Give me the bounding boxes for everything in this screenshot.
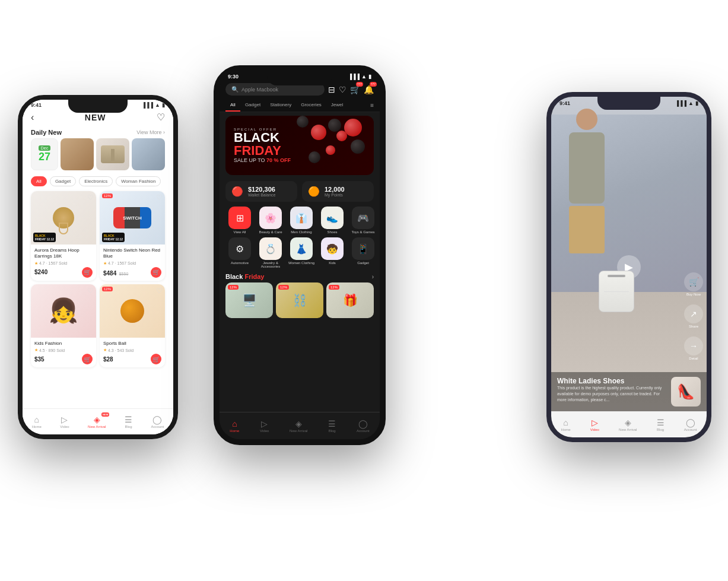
menu-icon[interactable]: ≡ bbox=[370, 99, 374, 112]
add-to-cart-button-3[interactable]: 🛒 bbox=[82, 354, 93, 364]
wallet-balance-card[interactable]: 🔴 $120,306 Wallet Balance bbox=[225, 181, 297, 202]
cat-tab-stationery[interactable]: Stationery bbox=[265, 99, 296, 112]
cat-women[interactable]: 👗 Women Clothing bbox=[287, 237, 316, 268]
category-grid-2: ⚙ Automotive 💍 Jewelry & Accessories 👗 W… bbox=[220, 236, 380, 271]
buy-now-action[interactable]: 🛒 Buy Now bbox=[684, 272, 703, 296]
r-nav-account[interactable]: ◯ Account bbox=[684, 418, 697, 431]
nav-new-arrival[interactable]: ◈ New Arrival NEW bbox=[88, 415, 106, 428]
wishlist-icon[interactable]: ♡ bbox=[157, 112, 165, 123]
filter-tab-all[interactable]: All bbox=[31, 176, 47, 186]
nav-account[interactable]: ◯ Account bbox=[151, 415, 164, 428]
cat-view-all[interactable]: ⊞ View All bbox=[225, 207, 254, 234]
cat-beauty-label: Beauty & Care bbox=[259, 230, 282, 234]
notification-button[interactable]: 🔔 777 bbox=[364, 84, 374, 95]
product-card-kids[interactable]: 👧 ♡ Kids Fashion ★ 4.5 · 890 Sold $35 🛒 bbox=[31, 284, 96, 367]
add-to-cart-button-4[interactable]: 🛒 bbox=[151, 354, 161, 364]
view-more-link[interactable]: View More › bbox=[136, 129, 165, 135]
balloon-4 bbox=[297, 116, 309, 128]
cat-jewelry[interactable]: 💍 Jewelry & Accessories bbox=[256, 237, 285, 268]
filter-tab-gadget[interactable]: Gadget bbox=[50, 176, 76, 186]
c-blog-label: Blog bbox=[329, 429, 336, 433]
bf-product-1[interactable]: 🖥️ 12% bbox=[225, 282, 273, 318]
r-home-label: Home bbox=[561, 428, 571, 431]
detail-icon: → bbox=[684, 336, 703, 355]
cat-beauty[interactable]: 🌸 Beauty & Care bbox=[256, 207, 285, 234]
r-nav-video[interactable]: ▷ Video bbox=[590, 418, 599, 431]
daily-new-row: Daily New View More › bbox=[23, 126, 173, 138]
bottom-nav-left: ⌂ Home ▷ Video ◈ New Arrival NEW ☰ Blog bbox=[23, 408, 173, 434]
signal-icon-c: ▐▐▐ bbox=[348, 74, 360, 80]
cat-gadget[interactable]: 📱 Gadget bbox=[349, 237, 377, 268]
c-nav-blog[interactable]: ☰ Blog bbox=[328, 419, 336, 433]
product-thumbnail[interactable]: 👠 bbox=[671, 377, 701, 407]
product-card-earrings[interactable]: ♡ BLACKFRIDAY 12.12 Aurora Dreams Hoop E… bbox=[31, 191, 96, 281]
cart-button[interactable]: 🛒 777 bbox=[350, 84, 360, 95]
c-nav-new-arrival[interactable]: ◈ New Arrival bbox=[290, 419, 307, 433]
add-to-cart-button-2[interactable]: 🛒 bbox=[151, 267, 161, 278]
cat-tab-gadget[interactable]: Gadget bbox=[240, 99, 265, 112]
cat-men-clothing[interactable]: 👔 Men Clothing bbox=[287, 207, 316, 234]
bf-product-3-badge: 12% bbox=[329, 285, 339, 290]
date-box: Dec 27 bbox=[31, 138, 58, 170]
cat-men-icon: 👔 bbox=[290, 207, 313, 229]
buy-now-icon: 🛒 bbox=[684, 272, 703, 291]
wishlist-heart[interactable]: ♡ bbox=[87, 193, 94, 202]
nav-home[interactable]: ⌂ Home bbox=[32, 415, 42, 428]
back-button[interactable]: ‹ bbox=[31, 112, 34, 123]
points-card[interactable]: 🟠 12,000 My Points bbox=[302, 181, 374, 202]
cat-tab-jewel[interactable]: Jewel bbox=[326, 99, 348, 112]
c-nav-video[interactable]: ▷ Video bbox=[260, 419, 269, 433]
phone-center: 9:30 ▐▐▐ ▲ ▮ 🔍 Apple Macbook ⊟ bbox=[214, 65, 386, 445]
bf-product-2-badge: 12% bbox=[278, 285, 289, 290]
cat-automotive[interactable]: ⚙ Automotive bbox=[225, 237, 254, 268]
earring-figure bbox=[53, 207, 74, 228]
c-account-label: Account bbox=[357, 429, 370, 433]
product-card-ball[interactable]: ♡ 12% Sports Ball ★ 4.3 · 543 Sold $28 🛒 bbox=[100, 284, 165, 367]
stool-decoration bbox=[101, 145, 125, 163]
cat-kids[interactable]: 🧒 Kids bbox=[318, 237, 346, 268]
bf-product-2[interactable]: ⛓️ 12% bbox=[276, 282, 323, 318]
nintendo-figure: SWITCH bbox=[113, 207, 151, 228]
product-desc-right: This product is the highest quality prod… bbox=[557, 385, 666, 402]
stars-icon: ★ bbox=[34, 261, 38, 266]
c-nav-home[interactable]: ⌂ Home bbox=[230, 419, 239, 433]
favorites-button[interactable]: ♡ bbox=[339, 84, 346, 95]
product-rating-earrings: ★ 4.7 · 1567 Sold bbox=[34, 261, 93, 266]
price-block: $484 $550 bbox=[103, 267, 128, 278]
scan-button[interactable]: ⊟ bbox=[328, 84, 335, 95]
product-card-nintendo[interactable]: SWITCH ♡ BLACKFRIDAY 12.12 12% Nintendo … bbox=[100, 191, 165, 281]
detail-action[interactable]: → Detail bbox=[684, 336, 703, 360]
wishlist-heart-3[interactable]: ♡ bbox=[87, 287, 94, 295]
price-value-2: $484 bbox=[103, 270, 116, 277]
video-background bbox=[551, 97, 707, 318]
add-to-cart-button[interactable]: 🛒 bbox=[82, 267, 93, 278]
cat-shoes[interactable]: 👟 Shoes bbox=[318, 207, 346, 234]
r-nav-home[interactable]: ⌂ Home bbox=[561, 418, 571, 431]
product-price-kids: $35 🛒 bbox=[34, 354, 93, 364]
wishlist-heart-2[interactable]: ♡ bbox=[156, 193, 163, 202]
battery-icon-c: ▮ bbox=[368, 74, 371, 80]
product-text-block: White Ladies Shoes This product is the h… bbox=[557, 377, 666, 402]
bf-product-3[interactable]: 🎁 12% bbox=[326, 282, 374, 318]
filter-tab-woman-fashion[interactable]: Woman Fashion bbox=[116, 176, 161, 186]
cat-toys[interactable]: 🎮 Toys & Games bbox=[349, 207, 377, 234]
cat-women-label: Women Clothing bbox=[288, 261, 314, 265]
nav-video[interactable]: ▷ Video bbox=[60, 415, 69, 428]
signal-icon: ▐▐▐ bbox=[142, 102, 153, 108]
status-icons-right: ▐▐▐ ▲ ▮ bbox=[675, 100, 698, 106]
cat-tab-all[interactable]: All bbox=[225, 99, 240, 112]
c-nav-account[interactable]: ◯ Account bbox=[357, 419, 370, 433]
r-nav-new-arrival[interactable]: ◈ New Arrival bbox=[619, 418, 637, 431]
nav-blog[interactable]: ☰ Blog bbox=[125, 415, 132, 428]
discount-badge: 12% bbox=[102, 193, 113, 198]
share-action[interactable]: ↗ Share bbox=[684, 304, 703, 328]
r-nav-blog[interactable]: ☰ Blog bbox=[657, 418, 665, 431]
shoe-icon: 👠 bbox=[677, 383, 695, 400]
wishlist-heart-4[interactable]: ♡ bbox=[156, 287, 163, 295]
bf-section-arrow[interactable]: › bbox=[372, 274, 374, 280]
cat-tab-groceries[interactable]: Groceries bbox=[296, 99, 326, 112]
black-friday-badge-2: BLACKFRIDAY 12.12 bbox=[102, 233, 125, 242]
category-grid-1: ⊞ View All 🌸 Beauty & Care 👔 Men Clothin… bbox=[220, 204, 380, 236]
filter-tab-electronics[interactable]: Electronics bbox=[79, 176, 113, 186]
bottom-product-info: White Ladies Shoes This product is the h… bbox=[551, 372, 707, 411]
